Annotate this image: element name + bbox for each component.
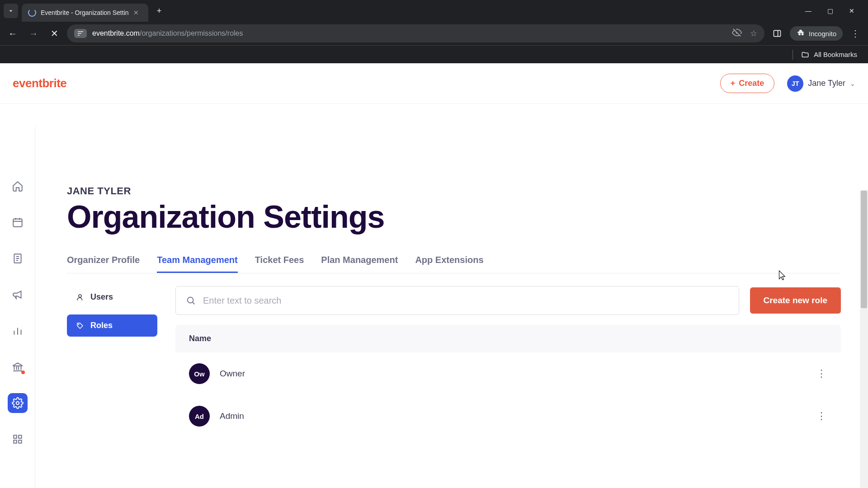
address-row: ← → ✕ eventbrite.com/organizations/permi… (0, 22, 868, 45)
search-icon (186, 296, 196, 305)
role-avatar: Ad (189, 406, 210, 427)
svg-rect-0 (774, 30, 781, 36)
svg-rect-16 (14, 440, 16, 443)
stop-reload-button[interactable]: ✕ (46, 25, 62, 42)
row-actions-menu[interactable]: ⋮ (816, 410, 827, 422)
create-button[interactable]: + Create (720, 74, 775, 93)
user-avatar: JT (787, 75, 803, 92)
subnav-users[interactable]: Users (67, 286, 157, 308)
tab-search-dropdown[interactable] (4, 4, 18, 18)
tab-team-management[interactable]: Team Management (157, 249, 238, 273)
table-row: Ow Owner ⋮ (175, 352, 841, 395)
browser-tab[interactable]: Eventbrite - Organization Settin ✕ (22, 4, 148, 22)
svg-point-13 (16, 402, 19, 405)
sidebar-apps[interactable] (8, 429, 28, 449)
table-header: Name (175, 325, 841, 352)
scrollbar[interactable] (860, 190, 868, 488)
notification-dot (21, 371, 25, 374)
incognito-indicator[interactable]: Incognito (790, 26, 843, 41)
bookmarks-bar: All Bookmarks (0, 45, 868, 63)
side-panel-icon[interactable] (769, 25, 785, 42)
sidebar-settings[interactable] (8, 393, 28, 413)
svg-rect-17 (19, 440, 21, 443)
scrollbar-thumb[interactable] (861, 191, 867, 308)
settings-tabs: Organizer Profile Team Management Ticket… (67, 249, 841, 273)
chevron-down-icon: ⌄ (850, 80, 855, 87)
user-menu[interactable]: JT Jane Tyler ⌄ (787, 75, 855, 92)
tab-title: Eventbrite - Organization Settin (41, 9, 129, 16)
role-name: Owner (220, 369, 245, 379)
separator (793, 50, 793, 60)
sidebar-orders[interactable] (8, 249, 28, 268)
svg-point-20 (78, 324, 79, 325)
home-icon (12, 180, 24, 192)
bookmark-star-icon[interactable]: ☆ (750, 28, 757, 38)
address-bar[interactable]: eventbrite.com/organizations/permissions… (67, 24, 764, 42)
sidebar-reports[interactable] (8, 321, 28, 341)
tab-organizer-profile[interactable]: Organizer Profile (67, 249, 140, 273)
tag-icon (76, 322, 84, 330)
close-tab-icon[interactable]: ✕ (133, 9, 139, 16)
roles-content: Create new role Name Ow Owner ⋮ Ad Admin… (175, 286, 841, 437)
svg-point-21 (188, 297, 193, 303)
search-row: Create new role (175, 286, 841, 315)
loading-spinner-icon (28, 9, 36, 17)
team-subnav: Users Roles (67, 286, 157, 437)
page-title: Organization Settings (67, 199, 841, 235)
minimize-button[interactable]: ― (804, 7, 813, 14)
grid-icon (12, 433, 24, 445)
forward-button: → (25, 25, 42, 42)
eventbrite-logo[interactable]: eventbrite (13, 76, 66, 90)
gear-icon (12, 397, 24, 409)
user-name: Jane Tyler (808, 79, 845, 88)
svg-rect-14 (14, 435, 16, 438)
all-bookmarks-link[interactable]: All Bookmarks (814, 51, 857, 58)
role-avatar: Ow (189, 363, 210, 384)
tab-ticket-fees[interactable]: Ticket Fees (255, 249, 304, 273)
search-input[interactable] (203, 296, 729, 306)
row-actions-menu[interactable]: ⋮ (816, 368, 827, 380)
plus-icon: + (731, 79, 736, 88)
subnav-roles[interactable]: Roles (67, 314, 157, 337)
chart-icon (12, 325, 24, 337)
team-layout: Users Roles Create new role Name (67, 286, 841, 437)
back-button[interactable]: ← (5, 25, 21, 42)
search-box[interactable] (175, 286, 739, 315)
svg-rect-15 (19, 435, 21, 438)
new-tab-button[interactable]: + (152, 4, 166, 18)
maximize-button[interactable]: ▢ (826, 7, 835, 14)
tab-strip: Eventbrite - Organization Settin ✕ + ― ▢… (0, 0, 868, 22)
calendar-icon (12, 216, 24, 228)
tab-app-extensions[interactable]: App Extensions (415, 249, 483, 273)
sidebar-events[interactable] (8, 212, 28, 232)
table-row: Ad Admin ⋮ (175, 395, 841, 437)
svg-point-19 (79, 295, 81, 297)
megaphone-icon (12, 289, 24, 300)
sidebar-marketing[interactable] (8, 285, 28, 305)
svg-line-22 (193, 302, 194, 304)
org-name: JANE TYLER (67, 185, 841, 197)
url-text: eventbrite.com/organizations/permissions… (92, 29, 243, 38)
sidebar-home[interactable] (8, 176, 28, 196)
svg-rect-2 (13, 219, 22, 226)
sidebar-finance[interactable] (8, 357, 28, 377)
tab-plan-management[interactable]: Plan Management (321, 249, 398, 273)
column-name: Name (189, 334, 211, 343)
app-topbar: eventbrite + Create JT Jane Tyler ⌄ (0, 63, 868, 104)
create-new-role-button[interactable]: Create new role (750, 287, 841, 314)
main-content: JANE TYLER Organization Settings Organiz… (35, 127, 868, 488)
document-icon (12, 253, 24, 264)
window-controls: ― ▢ ✕ (804, 7, 864, 14)
app-body: JANE TYLER Organization Settings Organiz… (0, 127, 868, 488)
folder-icon (801, 51, 809, 59)
user-icon (76, 293, 84, 301)
site-settings-icon[interactable] (74, 29, 87, 38)
role-name: Admin (220, 411, 244, 421)
browser-chrome: Eventbrite - Organization Settin ✕ + ― ▢… (0, 0, 868, 63)
hide-extension-icon[interactable] (732, 28, 742, 40)
close-window-button[interactable]: ✕ (847, 7, 856, 14)
sidebar (0, 127, 35, 488)
browser-menu-icon[interactable]: ⋮ (847, 25, 863, 42)
